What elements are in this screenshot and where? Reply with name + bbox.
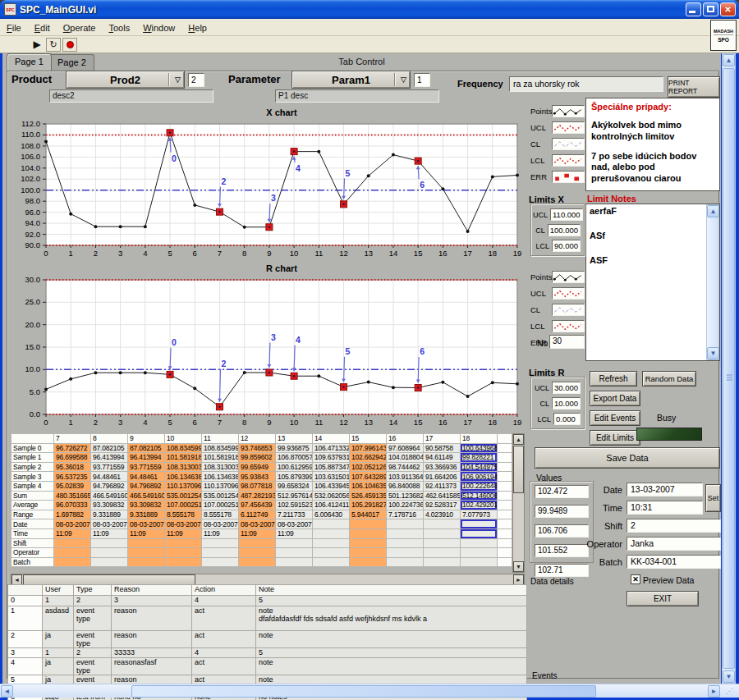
table-cell[interactable]: 93.746853: [239, 443, 276, 453]
random-data-button[interactable]: Random Data: [642, 371, 696, 387]
table-cell[interactable]: [54, 538, 91, 548]
table-cell[interactable]: 11:09: [91, 528, 128, 538]
limit-value-field[interactable]: 100.000: [548, 224, 581, 236]
abort-button[interactable]: [62, 38, 77, 52]
table-cell[interactable]: 108.313003: [202, 462, 239, 472]
menu-tools[interactable]: Tools: [102, 21, 136, 34]
table-cell[interactable]: 99.658324: [276, 481, 313, 491]
minimize-button[interactable]: [686, 2, 701, 16]
table-cell[interactable]: 106.870057: [276, 453, 313, 463]
limit-value-field[interactable]: 90.000: [552, 240, 581, 252]
table-cell[interactable]: 99.828221: [461, 453, 498, 463]
table-cell[interactable]: 9.331889: [128, 510, 165, 519]
table-cell[interactable]: [276, 557, 313, 567]
column-header[interactable]: 8: [91, 434, 128, 444]
column-header[interactable]: 12: [239, 434, 276, 444]
table-cell[interactable]: 96.070333: [54, 501, 91, 510]
table-cell[interactable]: [239, 557, 276, 567]
table-cell[interactable]: 8.555178: [202, 510, 239, 519]
exit-button[interactable]: EXIT: [627, 591, 699, 606]
column-header[interactable]: 11: [202, 434, 239, 444]
table-cell[interactable]: [313, 557, 350, 567]
table-cell[interactable]: 107.643289: [350, 472, 387, 482]
table-cell[interactable]: [424, 548, 461, 558]
table-cell[interactable]: 104.544975: [461, 462, 498, 472]
table-cell[interactable]: [387, 548, 424, 558]
table-cell[interactable]: 100.222648: [461, 481, 498, 491]
scroll-left-icon[interactable]: ◄: [1, 685, 13, 698]
table-cell[interactable]: [54, 548, 91, 558]
table-cell[interactable]: [276, 548, 313, 558]
event-index[interactable]: 3: [8, 648, 43, 658]
ucl-dotted-line-icon[interactable]: [552, 287, 585, 300]
column-header[interactable]: 9: [128, 434, 165, 444]
table-cell[interactable]: 105.887347: [313, 462, 350, 472]
scroll-right-icon[interactable]: ►: [708, 685, 720, 698]
table-cell[interactable]: 97.608964: [387, 443, 424, 453]
table-cell[interactable]: [239, 548, 276, 558]
menu-file[interactable]: File: [0, 21, 28, 34]
table-cell[interactable]: 08-03-2007: [91, 519, 128, 529]
export-data-button[interactable]: Export Data: [590, 391, 640, 406]
table-cell[interactable]: [276, 538, 313, 548]
table-cell[interactable]: [424, 519, 461, 529]
main-vertical-scrollbar[interactable]: ▲ ▼: [722, 53, 736, 684]
event-index[interactable]: 0: [8, 596, 43, 606]
table-cell[interactable]: 11:09: [239, 528, 276, 538]
event-index[interactable]: 2: [8, 631, 43, 648]
table-cell[interactable]: 7.178716: [387, 510, 424, 519]
points-series-icon[interactable]: [552, 271, 585, 283]
table-cell[interactable]: 93.366936: [424, 462, 461, 472]
table-cell[interactable]: 5.944017: [350, 510, 387, 519]
event-reason[interactable]: 33333: [112, 648, 192, 658]
table-cell[interactable]: 101.581918: [165, 453, 202, 463]
event-index[interactable]: 1: [8, 606, 43, 631]
table-cell[interactable]: 7.077973: [461, 510, 498, 519]
event-note[interactable]: 5: [256, 596, 527, 606]
table-cell[interactable]: 102.662942: [350, 453, 387, 463]
event-action[interactable]: act: [192, 606, 256, 631]
menu-help[interactable]: Help: [181, 21, 213, 34]
table-cell[interactable]: 11:09: [128, 528, 165, 538]
table-cell[interactable]: 501.123682: [387, 491, 424, 501]
scroll-down-icon[interactable]: ▼: [707, 347, 719, 359]
table-cell[interactable]: 102.429201: [461, 501, 498, 510]
table-cell[interactable]: 466.549160: [91, 491, 128, 501]
table-cell[interactable]: 104.018804: [387, 453, 424, 463]
tab-page-1[interactable]: Page 1: [7, 53, 52, 71]
resize-grip[interactable]: ⋰: [726, 687, 736, 697]
table-cell[interactable]: 9.331889: [91, 510, 128, 519]
table-cell[interactable]: 4.023910: [424, 510, 461, 519]
table-cell[interactable]: 106.134638: [165, 472, 202, 482]
table-cell[interactable]: 96.537235: [54, 472, 91, 482]
table-cell[interactable]: 107.000251: [165, 501, 202, 510]
limit-value-field[interactable]: 0.000: [553, 413, 581, 425]
table-cell[interactable]: 94.48461: [128, 472, 165, 482]
edit-limits-button[interactable]: Edit Limits: [590, 430, 640, 446]
table-cell[interactable]: 11:09: [202, 528, 239, 538]
table-cell[interactable]: 526.459135: [350, 491, 387, 501]
frequency-field[interactable]: ra za uhorsky rok: [509, 76, 663, 92]
run-button[interactable]: ▶: [30, 38, 44, 52]
table-cell[interactable]: [461, 548, 498, 558]
table-cell[interactable]: [461, 557, 498, 567]
scroll-up-icon[interactable]: ▲: [723, 54, 735, 66]
table-cell[interactable]: 535.001254: [165, 491, 202, 501]
column-header[interactable]: 17: [424, 434, 461, 444]
table-cell[interactable]: 95.02839: [54, 481, 91, 491]
event-action[interactable]: 4: [192, 596, 256, 606]
lcl-dotted-line-icon[interactable]: [552, 154, 585, 167]
r-chart[interactable]: 0234560.05.010.015.020.025.030.001234567…: [8, 260, 526, 429]
table-cell[interactable]: 101.581918: [202, 453, 239, 463]
table-cell[interactable]: 466.549160: [128, 491, 165, 501]
event-index[interactable]: 4: [8, 658, 43, 675]
event-action[interactable]: act: [192, 631, 256, 648]
events-column-header[interactable]: Action: [192, 585, 256, 596]
limit-note-item[interactable]: aerfaF: [590, 206, 716, 216]
preview-data-checkbox[interactable]: ✕: [631, 574, 640, 584]
table-cell[interactable]: 105.879399: [276, 472, 313, 482]
event-type[interactable]: event type: [74, 631, 112, 648]
events-table[interactable]: UserTypeReasonActionNote0123451asdasdeve…: [7, 584, 527, 700]
table-cell[interactable]: 106.433945: [313, 481, 350, 491]
table-cell[interactable]: 99.859602: [239, 453, 276, 463]
